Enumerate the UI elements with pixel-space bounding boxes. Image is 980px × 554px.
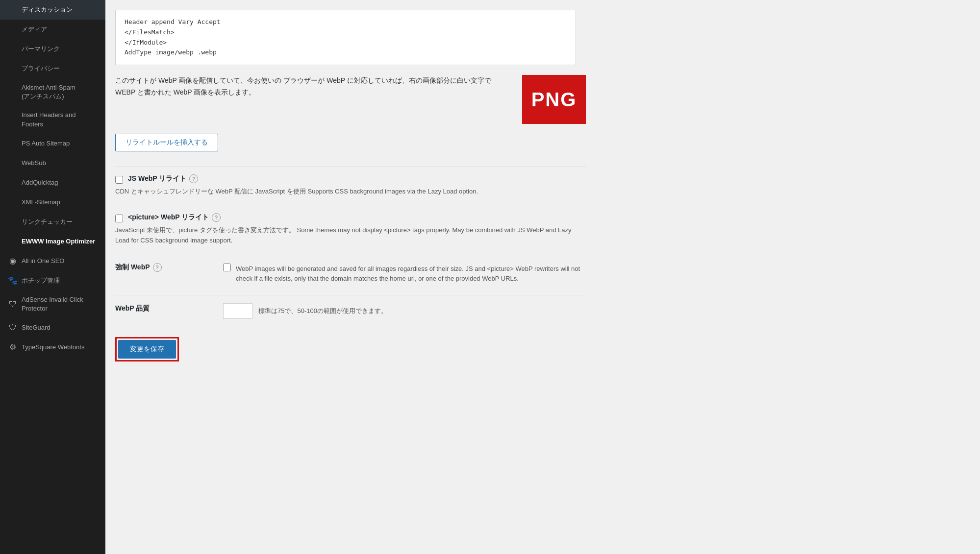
- media-icon: [8, 24, 18, 34]
- save-button-highlight: 変更を保存: [115, 337, 179, 361]
- sidebar-item-insert-headers[interactable]: Insert Headers and Footers: [0, 106, 105, 133]
- sidebar-item-discussion[interactable]: ディスカッション: [0, 0, 105, 20]
- websub-icon: [8, 158, 18, 168]
- htaccess-code-block: Header append Vary Accept </FilesMatch> …: [115, 10, 576, 65]
- sidebar-item-privacy[interactable]: プライバシー: [0, 59, 105, 78]
- akismet-icon: [8, 87, 18, 97]
- sidebar-item-pochip[interactable]: 🐾 ポチップ管理: [0, 271, 105, 290]
- webp-description-row: このサイトが WebP 画像を配信していて、今お使いの ブラウザーが WebP …: [115, 75, 586, 124]
- force-webp-description: WebP images will be generated and saved …: [236, 264, 586, 285]
- discussion-icon: [8, 5, 18, 15]
- code-line-3: </IfModule>: [125, 38, 567, 48]
- js-webp-checkbox[interactable]: [115, 176, 123, 184]
- save-button[interactable]: 変更を保存: [118, 340, 176, 359]
- settings-section: JS WebP リライト ? CDN とキャッシュフレンドリーな WebP 配信…: [115, 166, 586, 371]
- code-line-2: </FilesMatch>: [125, 27, 567, 38]
- webp-description-text: このサイトが WebP 画像を配信していて、今お使いの ブラウザーが WebP …: [115, 75, 512, 98]
- typesquare-icon: ⚙: [8, 342, 18, 352]
- js-webp-help-icon[interactable]: ?: [189, 174, 198, 183]
- main-content: Header append Vary Accept </FilesMatch> …: [105, 0, 980, 554]
- webp-quality-label-col: WebP 品質: [115, 303, 213, 313]
- picture-webp-content: <picture> WebP リライト ? JavaScript 未使用で、pi…: [115, 213, 586, 246]
- picture-webp-label: <picture> WebP リライト ?: [128, 213, 221, 222]
- save-section: 変更を保存: [115, 327, 586, 371]
- js-webp-content: JS WebP リライト ? CDN とキャッシュフレンドリーな WebP 配信…: [115, 174, 586, 197]
- rewrite-rule-button[interactable]: リライトルールを挿入する: [115, 134, 218, 151]
- sidebar-item-akismet[interactable]: Akismet Anti-Spam (アンチスパム): [0, 78, 105, 106]
- code-line-4: AddType image/webp .webp: [125, 48, 567, 58]
- force-webp-help-icon[interactable]: ?: [153, 263, 162, 272]
- picture-webp-description: JavaScript 未使用で、picture タグを使った書き変え方法です。 …: [115, 225, 586, 246]
- js-webp-description: CDN とキャッシュフレンドリーな WebP 配信に JavaScript を使…: [115, 187, 586, 197]
- picture-webp-setting-row: <picture> WebP リライト ? JavaScript 未使用で、pi…: [115, 205, 586, 254]
- webp-quality-setting-row: WebP 品質 標準は75で、50-100の範囲が使用できます。: [115, 295, 586, 327]
- picture-webp-checkbox-row: <picture> WebP リライト ?: [115, 213, 586, 222]
- picture-webp-help-icon[interactable]: ?: [212, 213, 221, 222]
- permalink-icon: [8, 44, 18, 54]
- pochip-icon: 🐾: [8, 276, 18, 286]
- sidebar-item-ps-auto-sitemap[interactable]: PS Auto Sitemap: [0, 134, 105, 153]
- force-webp-setting-row: 強制 WebP ? WebP images will be generated …: [115, 254, 586, 295]
- js-webp-setting-row: JS WebP リライト ? CDN とキャッシュフレンドリーな WebP 配信…: [115, 166, 586, 205]
- addquicktag-icon: [8, 178, 18, 188]
- all-in-one-seo-icon: ◉: [8, 256, 18, 266]
- png-badge: PNG: [522, 75, 586, 124]
- sidebar-item-media[interactable]: メディア: [0, 20, 105, 39]
- sidebar-item-siteguard[interactable]: 🛡 SiteGuard: [0, 318, 105, 337]
- sidebar-item-adsense[interactable]: 🛡 AdSense Invalid Click Protector: [0, 290, 105, 318]
- link-checker-icon: [8, 217, 18, 227]
- png-badge-label: PNG: [531, 89, 577, 111]
- siteguard-icon: 🛡: [8, 323, 18, 333]
- sidebar-item-all-in-one-seo[interactable]: ◉ All in One SEO: [0, 251, 105, 271]
- js-webp-label: JS WebP リライト ?: [128, 174, 198, 183]
- adsense-icon: 🛡: [8, 299, 18, 309]
- force-webp-label-col: 強制 WebP ?: [115, 262, 213, 272]
- sidebar-item-xml-sitemap[interactable]: XML-Sitemap: [0, 193, 105, 212]
- sidebar-item-ewww[interactable]: EWWW Image Optimizer: [0, 232, 105, 251]
- js-webp-checkbox-row: JS WebP リライト ?: [115, 174, 586, 184]
- sidebar-item-typesquare[interactable]: ⚙ TypeSquare Webfonts: [0, 337, 105, 357]
- code-line-1: Header append Vary Accept: [125, 17, 567, 27]
- webp-quality-description: 標準は75で、50-100の範囲が使用できます。: [258, 307, 387, 315]
- picture-webp-checkbox[interactable]: [115, 215, 123, 222]
- sidebar: ディスカッション メディア パーマリンク プライバシー Akismet Anti…: [0, 0, 105, 554]
- xml-sitemap-icon: [8, 197, 18, 207]
- webp-quality-input[interactable]: [223, 303, 252, 319]
- ewww-icon: [8, 237, 18, 246]
- force-webp-content: WebP images will be generated and saved …: [223, 262, 586, 288]
- quality-row: 標準は75で、50-100の範囲が使用できます。: [223, 303, 586, 319]
- insert-headers-icon: [8, 115, 18, 125]
- force-webp-checkbox[interactable]: [223, 264, 231, 271]
- ps-auto-sitemap-icon: [8, 139, 18, 148]
- webp-quality-content: 標準は75で、50-100の範囲が使用できます。: [223, 303, 586, 319]
- sidebar-item-addquicktag[interactable]: AddQuicktag: [0, 173, 105, 193]
- sidebar-item-permalink[interactable]: パーマリンク: [0, 39, 105, 59]
- sidebar-item-websub[interactable]: WebSub: [0, 153, 105, 173]
- privacy-icon: [8, 64, 18, 73]
- sidebar-item-link-checker[interactable]: リンクチェッカー: [0, 212, 105, 232]
- force-webp-checkbox-row: WebP images will be generated and saved …: [223, 262, 586, 285]
